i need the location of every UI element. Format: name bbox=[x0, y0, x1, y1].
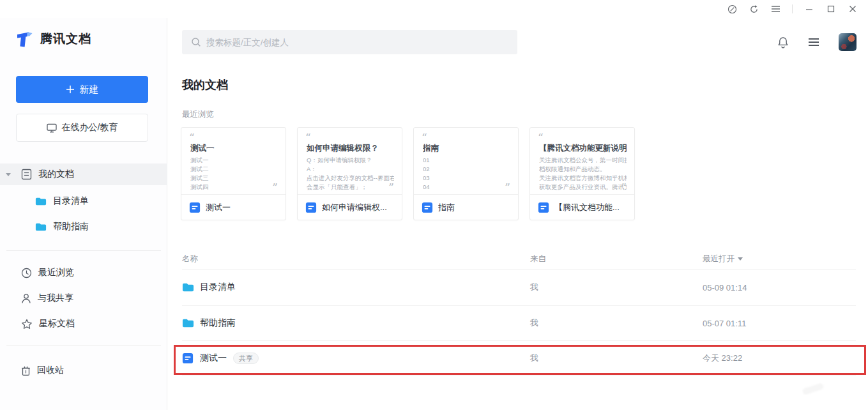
table-row-test-doc[interactable]: 测试一 共享 我 今天 23:22 bbox=[182, 341, 856, 376]
card-preview-line: 03 bbox=[423, 174, 510, 183]
card-footer: 指南 bbox=[414, 194, 518, 220]
card-preview-line: 档权限通知和产品动态。 bbox=[539, 165, 627, 174]
card-preview-title: 【腾讯文档功能更新说明】 bbox=[539, 143, 627, 154]
online-office-label: 在线办公/教育 bbox=[62, 122, 118, 133]
sidebar-item-shared[interactable]: 与我共享 bbox=[0, 287, 167, 309]
recent-card-permissions[interactable]: “ 如何申请编辑权限？ Q：如何申请编辑权限？ A： 点击进入好友分享的文档--… bbox=[297, 127, 402, 220]
card-preview-title: 指南 bbox=[423, 143, 510, 154]
sidebar-item-recent[interactable]: 最近浏览 bbox=[0, 262, 167, 284]
card-footer-label: 【腾讯文档功能... bbox=[554, 202, 620, 213]
close-quote-icon: ” bbox=[621, 184, 627, 190]
row-last-opened: 05-09 01:14 bbox=[703, 283, 747, 292]
card-preview: “ 指南 01 02 03 04 ” bbox=[414, 128, 518, 194]
new-document-label: 新建 bbox=[80, 84, 99, 96]
card-preview-line: Q：如何申请编辑权限？ bbox=[307, 156, 394, 165]
open-quote-icon: “ bbox=[422, 133, 510, 142]
row-from: 我 bbox=[530, 282, 538, 293]
sidebar-item-label: 目录清单 bbox=[53, 195, 89, 207]
sort-descending-icon bbox=[738, 257, 743, 261]
card-preview-line: 关注腾讯文档官方微博和知乎机构号， bbox=[539, 174, 627, 183]
sidebar-divider bbox=[6, 250, 161, 251]
shared-badge: 共享 bbox=[233, 353, 259, 364]
open-quote-icon: “ bbox=[538, 133, 627, 142]
folder-icon bbox=[35, 222, 47, 232]
titlebar bbox=[0, 0, 868, 18]
expand-caret-icon[interactable] bbox=[6, 173, 11, 176]
circled-pen-icon[interactable] bbox=[727, 4, 737, 14]
card-preview-line: 01 bbox=[423, 156, 510, 165]
sidebar-item-label: 回收站 bbox=[37, 365, 64, 376]
card-footer-label: 如何申请编辑权... bbox=[322, 202, 387, 213]
card-preview-line: A： bbox=[307, 165, 394, 174]
plus-icon bbox=[66, 85, 75, 94]
minimize-icon[interactable] bbox=[804, 4, 814, 14]
recent-card-test1[interactable]: “ 测试一 测试一 测试二 测试三 测试四 ” 测试一 bbox=[181, 127, 286, 220]
card-preview-line: 测试四 bbox=[190, 183, 278, 192]
monitor-icon bbox=[47, 123, 57, 133]
column-header-last-opened[interactable]: 最近打开 bbox=[703, 254, 743, 264]
search-icon bbox=[191, 37, 201, 47]
recent-card-guide[interactable]: “ 指南 01 02 03 04 ” 指南 bbox=[413, 127, 519, 220]
watermark-smudge bbox=[802, 383, 824, 395]
open-quote-icon: “ bbox=[305, 133, 394, 142]
row-name: 帮助指南 bbox=[200, 317, 236, 329]
table-row-help-folder[interactable]: 帮助指南 我 05-07 01:11 bbox=[182, 306, 856, 341]
sidebar-item-folder-catalog[interactable]: 目录清单 bbox=[0, 190, 167, 212]
maximize-icon[interactable] bbox=[826, 4, 836, 14]
open-quote-icon: “ bbox=[189, 133, 278, 142]
row-name-label: 目录清单 bbox=[200, 282, 236, 293]
sidebar-item-folder-help[interactable]: 帮助指南 bbox=[0, 216, 167, 238]
header-menu-icon[interactable] bbox=[808, 38, 819, 47]
card-preview-line: 获取更多产品及行业资讯。腾讯文档用 bbox=[539, 183, 627, 192]
sidebar-item-label: 与我共享 bbox=[38, 292, 73, 304]
document-icon bbox=[21, 169, 32, 180]
trash-icon bbox=[21, 365, 31, 376]
card-footer: 测试一 bbox=[181, 194, 286, 220]
card-preview-line: 点击进入好友分享的文档--界面右上角 bbox=[307, 174, 394, 183]
user-avatar[interactable] bbox=[839, 33, 857, 51]
card-footer-label: 指南 bbox=[438, 202, 455, 213]
recent-cards: “ 测试一 测试一 测试二 测试三 测试四 ” 测试一 “ 如何申请编辑权限？ … bbox=[181, 127, 635, 220]
row-name-label: 帮助指南 bbox=[200, 317, 236, 329]
sidebar-item-label: 我的文档 bbox=[38, 169, 74, 180]
tencent-docs-logo-icon bbox=[15, 29, 34, 49]
card-preview-line: 02 bbox=[423, 165, 510, 174]
card-preview-title: 测试一 bbox=[190, 143, 278, 154]
folder-icon bbox=[182, 282, 194, 292]
row-name: 目录清单 bbox=[200, 282, 236, 293]
table-row-catalog-folder[interactable]: 目录清单 我 05-09 01:14 bbox=[182, 270, 856, 306]
row-from: 我 bbox=[530, 353, 538, 364]
close-quote-icon: ” bbox=[388, 184, 394, 190]
window-controls bbox=[727, 0, 858, 18]
card-footer: 【腾讯文档功能... bbox=[530, 194, 634, 220]
close-icon[interactable] bbox=[848, 4, 858, 14]
sidebar-item-my-docs[interactable]: 我的文档 bbox=[0, 163, 167, 185]
person-icon bbox=[21, 293, 31, 304]
close-quote-icon: ” bbox=[272, 184, 278, 190]
recent-card-update-notes[interactable]: “ 【腾讯文档功能更新说明】 关注腾讯文档公众号，第一时间接收文 档权限通知和产… bbox=[529, 127, 635, 220]
card-preview: “ 测试一 测试一 测试二 测试三 测试四 ” bbox=[181, 128, 286, 194]
card-footer: 如何申请编辑权... bbox=[298, 194, 402, 220]
refresh-icon[interactable] bbox=[749, 4, 759, 14]
sidebar-item-label: 星标文档 bbox=[39, 318, 75, 330]
titlebar-menu-icon[interactable] bbox=[770, 4, 780, 14]
search-input[interactable] bbox=[206, 30, 513, 54]
sidebar-divider bbox=[6, 345, 161, 345]
clock-icon bbox=[21, 268, 32, 278]
star-icon bbox=[21, 319, 33, 330]
doc-icon bbox=[422, 202, 433, 213]
column-header-name: 名称 bbox=[182, 254, 198, 264]
recent-section-label: 最近浏览 bbox=[182, 109, 214, 120]
card-preview-line: 测试三 bbox=[190, 174, 278, 183]
row-from: 我 bbox=[530, 317, 538, 329]
new-document-button[interactable]: 新建 bbox=[16, 76, 148, 103]
online-office-button[interactable]: 在线办公/教育 bbox=[16, 114, 148, 142]
sidebar-item-trash[interactable]: 回收站 bbox=[0, 360, 167, 381]
card-preview: “ 【腾讯文档功能更新说明】 关注腾讯文档公众号，第一时间接收文 档权限通知和产… bbox=[530, 128, 634, 194]
sidebar-item-starred[interactable]: 星标文档 bbox=[0, 313, 167, 335]
column-header-label: 最近打开 bbox=[703, 254, 735, 264]
doc-icon bbox=[189, 202, 201, 213]
card-preview-line: 会显示「只能查看」； bbox=[307, 183, 394, 192]
notification-bell-icon[interactable] bbox=[777, 36, 789, 49]
page-title: 我的文档 bbox=[182, 77, 228, 93]
